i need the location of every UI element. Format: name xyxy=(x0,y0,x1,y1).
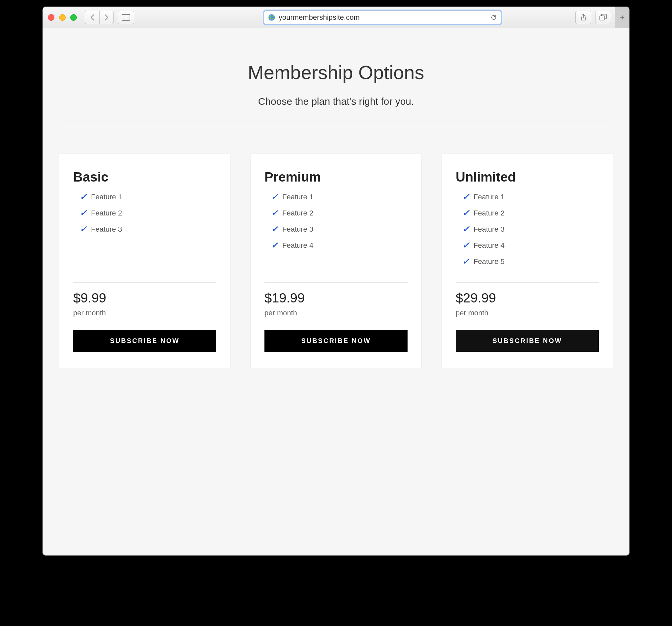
back-button[interactable] xyxy=(85,11,99,24)
maximize-window-button[interactable] xyxy=(70,14,77,21)
address-bar[interactable]: yourmembershipsite.com xyxy=(264,10,501,24)
reload-icon[interactable] xyxy=(490,14,497,21)
page-content: Membership Options Choose the plan that'… xyxy=(43,28,629,555)
feature-item: ✓Feature 3 xyxy=(80,224,216,234)
plan-card-basic: Basic ✓Feature 1 ✓Feature 2 ✓Feature 3 $… xyxy=(59,153,231,368)
share-icon xyxy=(580,14,586,21)
globe-icon xyxy=(268,14,275,21)
check-icon: ✓ xyxy=(271,240,278,250)
features-list: ✓Feature 1 ✓Feature 2 ✓Feature 3 ✓Featur… xyxy=(264,192,408,273)
feature-text: Feature 3 xyxy=(474,225,504,233)
feature-text: Feature 2 xyxy=(282,209,313,218)
feature-item: ✓Feature 1 xyxy=(271,192,408,202)
check-icon: ✓ xyxy=(462,208,470,218)
feature-text: Feature 1 xyxy=(91,193,122,201)
subscribe-button[interactable]: SUBSCRIBE NOW xyxy=(73,330,216,352)
subscribe-button[interactable]: SUBSCRIBE NOW xyxy=(264,330,408,352)
feature-item: ✓Feature 3 xyxy=(271,224,408,234)
feature-item: ✓Feature 1 xyxy=(80,192,216,202)
browser-window: yourmembershipsite.com + Membership Opti… xyxy=(43,7,629,555)
page-subtitle: Choose the plan that's right for you. xyxy=(59,96,613,107)
feature-text: Feature 5 xyxy=(474,257,504,266)
window-controls xyxy=(48,14,77,21)
plan-period: per month xyxy=(264,309,408,317)
plan-name: Basic xyxy=(73,170,216,184)
features-list: ✓Feature 1 ✓Feature 2 ✓Feature 3 xyxy=(73,192,216,273)
nav-button-group xyxy=(85,11,114,24)
plan-period: per month xyxy=(456,309,599,317)
feature-text: Feature 3 xyxy=(282,225,313,233)
check-icon: ✓ xyxy=(462,192,470,202)
browser-toolbar: yourmembershipsite.com + xyxy=(43,7,629,28)
plan-card-unlimited: Unlimited ✓Feature 1 ✓Feature 2 ✓Feature… xyxy=(441,153,613,368)
close-window-button[interactable] xyxy=(48,14,54,21)
check-icon: ✓ xyxy=(271,208,278,218)
plans-grid: Basic ✓Feature 1 ✓Feature 2 ✓Feature 3 $… xyxy=(59,153,613,368)
page-title: Membership Options xyxy=(59,61,613,83)
feature-text: Feature 3 xyxy=(91,225,122,233)
feature-text: Feature 4 xyxy=(282,241,313,250)
check-icon: ✓ xyxy=(462,256,470,267)
sidebar-icon xyxy=(122,14,130,21)
check-icon: ✓ xyxy=(462,224,470,234)
tabs-button[interactable] xyxy=(595,11,611,24)
divider xyxy=(73,282,216,283)
feature-text: Feature 1 xyxy=(282,193,313,201)
plus-icon: + xyxy=(620,13,625,22)
check-icon: ✓ xyxy=(80,208,87,218)
chevron-right-icon xyxy=(104,14,109,21)
forward-button[interactable] xyxy=(99,11,114,24)
svg-rect-5 xyxy=(600,16,605,20)
feature-item: ✓Feature 2 xyxy=(271,208,408,218)
plan-period: per month xyxy=(73,309,216,317)
feature-text: Feature 2 xyxy=(474,209,504,218)
feature-text: Feature 1 xyxy=(474,193,504,201)
svg-rect-0 xyxy=(122,15,130,20)
share-button[interactable] xyxy=(575,11,591,24)
minimize-window-button[interactable] xyxy=(59,14,66,21)
check-icon: ✓ xyxy=(271,224,278,234)
chevron-left-icon xyxy=(90,14,95,21)
check-icon: ✓ xyxy=(80,192,87,202)
check-icon: ✓ xyxy=(462,240,470,250)
feature-item: ✓Feature 2 xyxy=(80,208,216,218)
plan-price: $29.99 xyxy=(456,291,599,305)
feature-item: ✓Feature 3 xyxy=(462,224,599,234)
feature-item: ✓Feature 2 xyxy=(462,208,599,218)
plan-name: Unlimited xyxy=(456,170,599,184)
new-tab-button[interactable]: + xyxy=(615,7,629,28)
svg-point-2 xyxy=(268,14,275,21)
feature-text: Feature 2 xyxy=(91,209,122,218)
feature-item: ✓Feature 1 xyxy=(462,192,599,202)
page-header: Membership Options Choose the plan that'… xyxy=(59,61,613,127)
divider xyxy=(456,282,599,283)
plan-name: Premium xyxy=(264,170,408,184)
plan-price: $19.99 xyxy=(264,291,408,305)
check-icon: ✓ xyxy=(80,224,87,234)
divider xyxy=(264,282,408,283)
feature-item: ✓Feature 5 xyxy=(462,256,599,267)
plan-card-premium: Premium ✓Feature 1 ✓Feature 2 ✓Feature 3… xyxy=(250,153,422,368)
feature-item: ✓Feature 4 xyxy=(462,240,599,250)
url-text[interactable]: yourmembershipsite.com xyxy=(279,13,490,22)
plan-price: $9.99 xyxy=(73,291,216,305)
tabs-icon xyxy=(599,14,607,21)
feature-item: ✓Feature 4 xyxy=(271,240,408,250)
feature-text: Feature 4 xyxy=(474,241,504,250)
check-icon: ✓ xyxy=(271,192,278,202)
sidebar-toggle-button[interactable] xyxy=(118,11,134,24)
features-list: ✓Feature 1 ✓Feature 2 ✓Feature 3 ✓Featur… xyxy=(456,192,599,273)
subscribe-button[interactable]: SUBSCRIBE NOW xyxy=(456,330,599,352)
